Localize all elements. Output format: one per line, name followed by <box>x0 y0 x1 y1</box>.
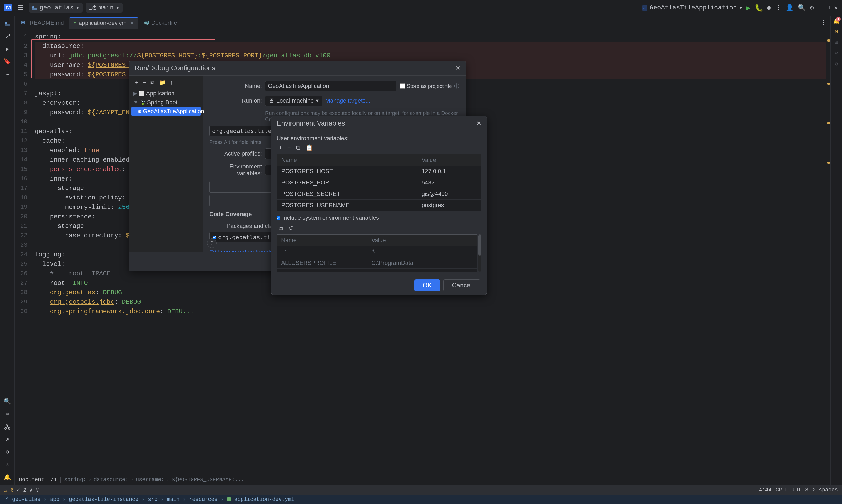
sys-env-refresh-btn[interactable]: ↺ <box>286 224 295 232</box>
env-ok-button[interactable]: OK <box>414 279 440 291</box>
dialog-overlay: Run/Debug Configurations ✕ + − ⧉ 📁 ↑ ▶ ⬜… <box>0 0 842 504</box>
geoatlas-config-label: GeoAtlasTileApplication <box>143 108 204 115</box>
run-debug-title: Run/Debug Configurations <box>135 64 455 72</box>
env-row-postgres-host[interactable]: POSTGRES_HOST 127.0.0.1 <box>277 166 481 177</box>
env-vars-label: Environment variables: <box>209 163 262 177</box>
env-name-postgres-secret: POSTGRES_SECRET <box>277 188 417 200</box>
env-name-postgres-host: POSTGRES_HOST <box>277 166 417 177</box>
sys-env-toolbar: ⧉ ↺ <box>276 224 481 232</box>
sys-env-name-1: ALLUSERSPROFILE <box>277 257 368 269</box>
tree-item-application[interactable]: ▶ ⬜ Application <box>131 89 200 98</box>
application-icon: ⬜ <box>139 91 144 96</box>
name-row: Name: Store as project file ⓘ <box>209 81 459 91</box>
env-value-postgres-host: 127.0.0.1 <box>417 166 481 177</box>
tree-item-springboot[interactable]: ▼ 🍃 Spring Boot <box>131 98 200 107</box>
run-on-dropdown[interactable]: 🖥 Local machine ▾ <box>265 95 322 106</box>
move-up-button[interactable]: ↑ <box>168 79 175 87</box>
user-env-name-header: Name <box>277 154 417 166</box>
run-on-value: Local machine <box>276 97 314 104</box>
env-value-postgres-port: 5432 <box>417 177 481 188</box>
env-value-postgres-secret: gis@4490 <box>417 188 481 200</box>
store-project-checkbox[interactable] <box>399 84 405 89</box>
sys-env-table-body: =:: :\ ALLUSERSPROFILE C:\ProgramData AP… <box>277 246 477 272</box>
sys-env-scrollbar[interactable] <box>478 234 481 272</box>
env-value-postgres-username: postgres <box>417 200 481 211</box>
env-vars-dialog: Environment Variables ✕ User environment… <box>271 116 487 295</box>
env-dialog-header: Environment Variables ✕ <box>271 116 487 131</box>
sys-env-name-header: Name <box>277 235 368 246</box>
sys-env-value-header: Value <box>367 235 477 246</box>
env-dialog-title: Environment Variables <box>276 119 476 127</box>
sys-env-section: ⧉ ↺ Name Value =:: <box>276 224 481 272</box>
springboot-label: Spring Boot <box>147 99 177 106</box>
sidebar-toolbar: + − ⧉ 📁 ↑ <box>131 78 200 88</box>
include-sys-label: Include system environment variables: <box>282 215 381 221</box>
env-cancel-button[interactable]: Cancel <box>443 279 480 291</box>
user-env-table: Name Value POSTGRES_HOST 127.0.0.1 POSTG… <box>276 154 481 211</box>
run-debug-close-button[interactable]: ✕ <box>455 65 460 72</box>
run-on-row: Run on: 🖥 Local machine ▾ Manage targets… <box>209 95 459 106</box>
add-package-btn[interactable]: + <box>218 222 225 230</box>
add-config-button[interactable]: + <box>133 79 140 87</box>
env-name-postgres-username: POSTGRES_USERNAME <box>277 200 417 211</box>
run-on-label: Run on: <box>209 97 262 104</box>
remove-config-button[interactable]: − <box>141 79 148 87</box>
sys-env-table: Name Value =:: :\ ALLUSERSPROFILE <box>276 234 477 272</box>
sys-env-container: Name Value =:: :\ ALLUSERSPROFILE <box>276 234 481 272</box>
geoatlas-icon: ⚙ <box>138 109 141 114</box>
sys-env-scrollbar-thumb <box>478 234 481 255</box>
user-env-table-body: POSTGRES_HOST 127.0.0.1 POSTGRES_PORT 54… <box>277 166 481 211</box>
env-paste-btn[interactable]: 📋 <box>303 144 315 152</box>
run-debug-dialog-header: Run/Debug Configurations ✕ <box>129 61 466 75</box>
sys-env-row-1[interactable]: ALLUSERSPROFILE C:\ProgramData <box>277 257 477 269</box>
store-project-info-icon: ⓘ <box>454 83 459 90</box>
user-env-label: User environment variables: <box>276 135 481 142</box>
sys-env-row-2[interactable]: APPDATA C:\Users\Fuyi\AppData\Roaming <box>277 269 477 272</box>
local-machine-icon: 🖥 <box>268 97 274 104</box>
help-button-container: ? <box>207 238 217 248</box>
store-project-label: Store as project file <box>407 83 452 89</box>
folder-button[interactable]: 📁 <box>157 79 167 87</box>
env-dialog-body: User environment variables: + − ⧉ 📋 Name… <box>271 131 487 276</box>
sys-env-name-2: APPDATA <box>277 269 368 272</box>
expand-springboot: ▼ <box>133 100 138 105</box>
env-name-postgres-port: POSTGRES_PORT <box>277 177 417 188</box>
env-dialog-footer: OK Cancel <box>271 276 487 294</box>
manage-targets-link[interactable]: Manage targets... <box>325 97 370 104</box>
include-sys-row: Include system environment variables: <box>276 215 481 221</box>
user-env-section: User environment variables: + − ⧉ 📋 Name… <box>276 135 481 211</box>
run-on-chevron: ▾ <box>316 97 319 104</box>
expand-application: ▶ <box>133 91 137 96</box>
application-label: Application <box>146 90 175 97</box>
env-remove-btn[interactable]: − <box>285 144 293 152</box>
include-sys-checkbox[interactable] <box>276 216 280 220</box>
help-button[interactable]: ? <box>207 238 217 248</box>
env-row-postgres-port[interactable]: POSTGRES_PORT 5432 <box>277 177 481 188</box>
store-project: Store as project file ⓘ <box>399 83 459 90</box>
env-add-btn[interactable]: + <box>276 144 284 152</box>
copy-config-button[interactable]: ⧉ <box>149 79 156 87</box>
run-debug-sidebar: + − ⧉ 📁 ↑ ▶ ⬜ Application ▼ 🍃 Spring Boo… <box>129 75 203 252</box>
remove-package-btn[interactable]: − <box>209 222 216 230</box>
name-input[interactable] <box>265 81 396 91</box>
name-label: Name: <box>209 83 262 89</box>
env-row-postgres-secret[interactable]: POSTGRES_SECRET gis@4490 <box>277 188 481 200</box>
springboot-icon: 🍃 <box>140 100 146 105</box>
tree-item-geoatlas[interactable]: ⚙ GeoAtlasTileApplication <box>131 107 200 116</box>
user-env-value-header: Value <box>417 154 481 166</box>
env-copy-btn[interactable]: ⧉ <box>294 144 302 152</box>
sys-env-value-2: C:\Users\Fuyi\AppData\Roaming <box>367 269 477 272</box>
env-row-postgres-username[interactable]: POSTGRES_USERNAME postgres <box>277 200 481 211</box>
sys-env-row-0[interactable]: =:: :\ <box>277 246 477 257</box>
code-coverage-label: Code Coverage <box>209 211 252 218</box>
env-user-toolbar: + − ⧉ 📋 <box>276 144 481 152</box>
env-dialog-close-button[interactable]: ✕ <box>476 120 481 127</box>
active-profiles-label: Active profiles: <box>209 150 262 157</box>
sys-env-copy-btn[interactable]: ⧉ <box>276 224 285 232</box>
sys-env-name-0: =:: <box>277 246 368 257</box>
sys-env-value-0: :\ <box>367 246 477 257</box>
sys-env-value-1: C:\ProgramData <box>367 257 477 269</box>
